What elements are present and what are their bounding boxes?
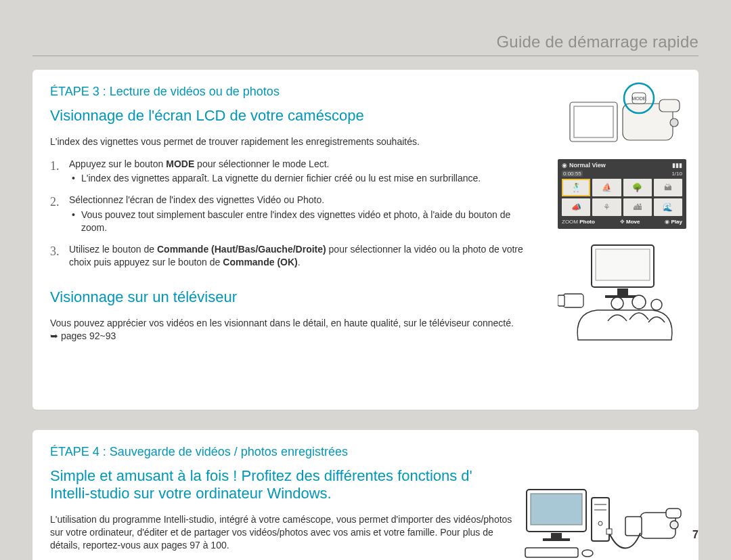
lcd-thumb: 🌳 [623, 179, 652, 196]
svg-rect-24 [525, 548, 578, 557]
battery-icon: ▮▮▮ [672, 162, 682, 169]
svg-rect-19 [543, 538, 570, 541]
lcd-thumb: ⚘ [592, 198, 621, 216]
step3b-para: Vous pouvez apprécier vos vidéos en les … [50, 317, 524, 343]
svg-rect-9 [617, 288, 628, 295]
step3a-item1: Appuyez sur le bouton MODE pour sélectio… [50, 158, 524, 186]
step3a-intro: L'index des vignettes vous permet de tro… [50, 135, 524, 148]
figure-tv-viewing [558, 241, 686, 343]
lcd-thumb: 📣 [562, 198, 590, 216]
figure-pc-connection [524, 486, 686, 560]
page-number: 7 [692, 529, 699, 541]
lcd-thumbnail-grid: 🕺 ⛵ 🌳 🏔 📣 ⚘ 🏙 🌊 [562, 179, 682, 216]
lcd-thumb: ⛵ [592, 179, 621, 196]
step3a-item1-sub: L'index des vignettes apparaît. La vigne… [69, 172, 524, 186]
lcd-camera-icon: ◉ [562, 162, 567, 169]
svg-rect-1 [659, 100, 680, 112]
lcd-thumb: 🌊 [654, 198, 682, 216]
step3a-list: Appuyez sur le bouton MODE pour sélectio… [50, 158, 524, 270]
card-step3: ÉTAPE 3 : Lecture de vidéos ou de photos… [32, 70, 699, 410]
svg-rect-11 [563, 294, 583, 307]
lcd-photo-label: Photo [579, 219, 595, 225]
svg-point-2 [670, 119, 678, 127]
lcd-play-label: Play [671, 219, 682, 225]
svg-rect-4 [574, 106, 613, 137]
mode-button-label: MODE [632, 96, 646, 101]
svg-rect-28 [625, 517, 642, 536]
lcd-viewmode: Normal View [569, 162, 606, 169]
lcd-thumb: 🏙 [623, 198, 652, 216]
svg-point-15 [651, 299, 662, 310]
step4-para: L'utilisation du programme Intelli-studi… [50, 513, 524, 552]
page-header: Guide de démarrage rapide [32, 33, 699, 56]
svg-rect-12 [558, 295, 564, 306]
svg-point-14 [632, 295, 646, 309]
step3a-item2: Sélectionnez l'écran de l'index des vign… [50, 194, 524, 235]
step3a-item2-sub: Vous pouvez tout simplement basculer ent… [69, 209, 524, 235]
svg-rect-27 [666, 509, 681, 518]
step4-label: ÉTAPE 4 : Sauvegarde de vidéos / photos … [50, 445, 681, 459]
card-step4: ÉTAPE 4 : Sauvegarde de vidéos / photos … [32, 430, 699, 560]
lcd-thumb: 🏔 [654, 179, 682, 196]
lcd-move-label: Move [626, 219, 640, 225]
figure-camcorder: MODE [558, 79, 686, 154]
header-title: Guide de démarrage rapide [496, 33, 699, 51]
lcd-time: 0:00:55 [562, 171, 583, 177]
svg-rect-30 [606, 529, 612, 534]
figure-lcd-screen: ◉ Normal View ▮▮▮ 0:00:55 1/10 🕺 ⛵ 🌳 🏔 📣… [558, 159, 686, 229]
svg-rect-18 [551, 533, 562, 538]
step4-title: Simple et amusant à la fois ! Profitez d… [50, 467, 483, 502]
lcd-zoom-label: ZOOM [562, 219, 578, 225]
svg-point-25 [582, 550, 593, 557]
svg-rect-17 [531, 494, 582, 525]
step3a-item3: Utilisez le bouton de Commande (Haut/Bas… [50, 243, 524, 270]
svg-point-13 [611, 297, 623, 309]
lcd-counter: 1/10 [671, 171, 682, 177]
lcd-thumb: 🕺 [562, 179, 590, 196]
svg-point-29 [670, 521, 678, 529]
svg-rect-8 [596, 249, 650, 280]
